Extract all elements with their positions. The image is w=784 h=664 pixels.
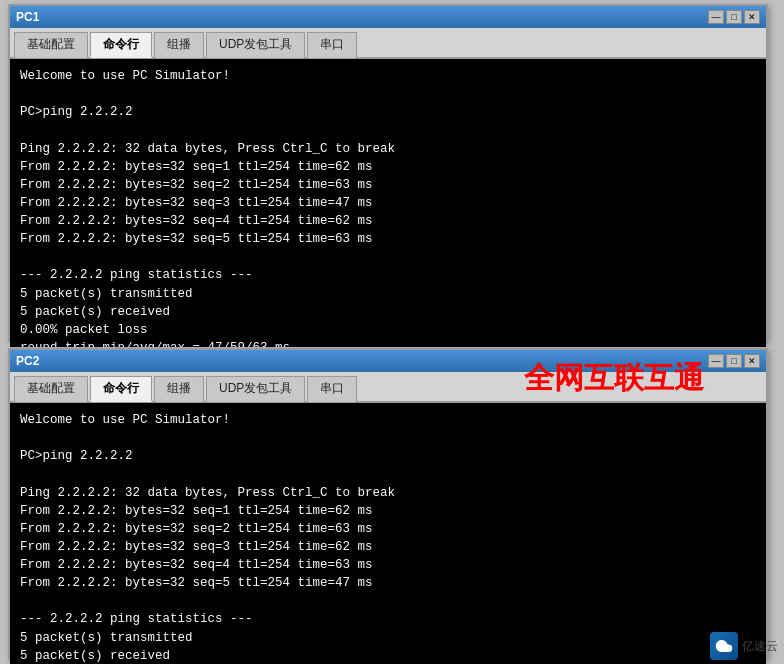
cloud-logo-icon: [715, 637, 733, 655]
pc2-terminal-line-8: From 2.2.2.2: bytes=32 seq=4 ttl=254 tim…: [20, 556, 756, 574]
pc1-terminal-line-1: [20, 85, 756, 103]
pc2-terminal-line-13: 5 packet(s) received: [20, 647, 756, 664]
pc1-terminal-line-7: From 2.2.2.2: bytes=32 seq=3 ttl=254 tim…: [20, 194, 756, 212]
pc1-window: PC1 — □ ✕ 基础配置 命令行 组播 UDP发包工具 串口 Welcome…: [8, 4, 768, 342]
pc2-terminal-line-3: [20, 465, 756, 483]
pc2-terminal-line-1: [20, 429, 756, 447]
pc2-titlebar: PC2 — □ ✕: [10, 350, 766, 372]
pc2-tab-mingling[interactable]: 命令行: [90, 376, 152, 402]
pc2-terminal-line-6: From 2.2.2.2: bytes=32 seq=2 ttl=254 tim…: [20, 520, 756, 538]
pc2-tab-chuankou[interactable]: 串口: [307, 376, 357, 402]
pc1-terminal-line-12: 5 packet(s) transmitted: [20, 285, 756, 303]
pc1-close-button[interactable]: ✕: [744, 10, 760, 24]
pc1-terminal-line-3: [20, 121, 756, 139]
pc2-tab-zubo[interactable]: 组播: [154, 376, 204, 402]
pc2-terminal[interactable]: Welcome to use PC Simulator! PC>ping 2.2…: [10, 403, 766, 664]
pc2-terminal-line-5: From 2.2.2.2: bytes=32 seq=1 ttl=254 tim…: [20, 502, 756, 520]
pc1-tab-zubo[interactable]: 组播: [154, 32, 204, 58]
pc2-controls: — □ ✕: [708, 354, 760, 368]
pc1-terminal-line-4: Ping 2.2.2.2: 32 data bytes, Press Ctrl_…: [20, 140, 756, 158]
pc1-tabs-bar: 基础配置 命令行 组播 UDP发包工具 串口: [10, 28, 766, 59]
pc1-titlebar: PC1 — □ ✕: [10, 6, 766, 28]
pc2-terminal-line-2: PC>ping 2.2.2.2: [20, 447, 756, 465]
pc2-tab-udp[interactable]: UDP发包工具: [206, 376, 305, 402]
pc1-terminal-line-6: From 2.2.2.2: bytes=32 seq=2 ttl=254 tim…: [20, 176, 756, 194]
pc1-terminal-line-15: round-trip min/avg/max = 47/59/63 ms: [20, 339, 756, 347]
pc1-title: PC1: [16, 10, 39, 24]
pc2-terminal-line-9: From 2.2.2.2: bytes=32 seq=5 ttl=254 tim…: [20, 574, 756, 592]
pc1-terminal[interactable]: Welcome to use PC Simulator! PC>ping 2.2…: [10, 59, 766, 347]
pc2-minimize-button[interactable]: —: [708, 354, 724, 368]
pc2-terminal-line-7: From 2.2.2.2: bytes=32 seq=3 ttl=254 tim…: [20, 538, 756, 556]
pc2-window: PC2 — □ ✕ 基础配置 命令行 组播 UDP发包工具 串口 Welcome…: [8, 348, 768, 660]
pc1-terminal-line-5: From 2.2.2.2: bytes=32 seq=1 ttl=254 tim…: [20, 158, 756, 176]
pc1-maximize-button[interactable]: □: [726, 10, 742, 24]
watermark-text: 亿速云: [742, 638, 778, 655]
pc1-terminal-line-11: --- 2.2.2.2 ping statistics ---: [20, 266, 756, 284]
pc1-tab-chuankou[interactable]: 串口: [307, 32, 357, 58]
watermark-icon: [710, 632, 738, 660]
pc2-tabs-bar: 基础配置 命令行 组播 UDP发包工具 串口: [10, 372, 766, 403]
pc1-tab-mingling[interactable]: 命令行: [90, 32, 152, 58]
pc2-tab-jichu[interactable]: 基础配置: [14, 376, 88, 402]
pc1-terminal-line-0: Welcome to use PC Simulator!: [20, 67, 756, 85]
pc1-terminal-line-13: 5 packet(s) received: [20, 303, 756, 321]
pc2-terminal-line-11: --- 2.2.2.2 ping statistics ---: [20, 610, 756, 628]
pc2-terminal-line-4: Ping 2.2.2.2: 32 data bytes, Press Ctrl_…: [20, 484, 756, 502]
pc2-maximize-button[interactable]: □: [726, 354, 742, 368]
pc1-minimize-button[interactable]: —: [708, 10, 724, 24]
pc1-controls: — □ ✕: [708, 10, 760, 24]
pc2-title: PC2: [16, 354, 39, 368]
pc2-close-button[interactable]: ✕: [744, 354, 760, 368]
pc1-terminal-line-2: PC>ping 2.2.2.2: [20, 103, 756, 121]
pc1-tab-jichu[interactable]: 基础配置: [14, 32, 88, 58]
pc1-terminal-line-8: From 2.2.2.2: bytes=32 seq=4 ttl=254 tim…: [20, 212, 756, 230]
pc2-terminal-line-0: Welcome to use PC Simulator!: [20, 411, 756, 429]
watermark: 亿速云: [710, 632, 778, 660]
pc1-terminal-line-14: 0.00% packet loss: [20, 321, 756, 339]
pc2-terminal-line-10: [20, 592, 756, 610]
pc1-terminal-line-10: [20, 248, 756, 266]
pc1-terminal-line-9: From 2.2.2.2: bytes=32 seq=5 ttl=254 tim…: [20, 230, 756, 248]
pc1-tab-udp[interactable]: UDP发包工具: [206, 32, 305, 58]
pc2-terminal-line-12: 5 packet(s) transmitted: [20, 629, 756, 647]
